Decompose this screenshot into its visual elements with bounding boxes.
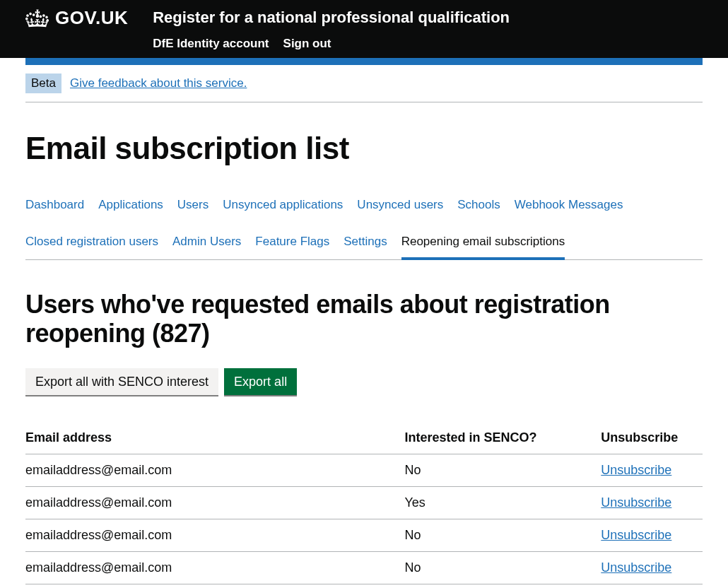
nav-item-feature-flags[interactable]: Feature Flags — [255, 235, 329, 259]
cell-email: emailaddress@email.com — [25, 519, 404, 551]
export-buttons: Export all with SENCO interest Export al… — [25, 368, 703, 395]
nav-item-admin-users[interactable]: Admin Users — [172, 235, 241, 259]
col-header-senco: Interested in SENCO? — [404, 423, 601, 454]
cell-email: emailaddress@email.com — [25, 454, 404, 486]
table-row: emailaddress@email.comNoUnsubscribe — [25, 454, 703, 486]
crown-icon — [25, 8, 49, 28]
cell-unsubscribe: Unsubscribe — [601, 454, 703, 486]
identity-account-link[interactable]: DfE Identity account — [153, 37, 269, 51]
subscribers-table: Email address Interested in SENCO? Unsub… — [25, 423, 703, 588]
cell-email: emailaddress@email.com — [25, 584, 404, 588]
unsubscribe-link[interactable]: Unsubscribe — [601, 560, 671, 575]
header-nav: DfE Identity account Sign out — [153, 37, 510, 51]
table-row: emailaddress@email.comNoUnsubscribe — [25, 519, 703, 551]
nav-item-unsynced-applications[interactable]: Unsynced applications — [223, 198, 343, 222]
phase-banner: Beta Give feedback about this service. — [25, 74, 703, 102]
nav-item-users[interactable]: Users — [177, 198, 209, 222]
export-senco-button[interactable]: Export all with SENCO interest — [25, 368, 218, 395]
subscriber-count: 827 — [160, 319, 202, 348]
nav-item-unsynced-users[interactable]: Unsynced users — [357, 198, 443, 222]
table-row: emailaddress@email.comNoUnsubscribe — [25, 551, 703, 584]
notification-banner-strip — [25, 58, 703, 65]
nav-item-settings[interactable]: Settings — [344, 235, 387, 259]
nav-item-reopening-email-subscriptions[interactable]: Reopening email subscriptions — [401, 235, 565, 260]
cell-senco: Yes — [404, 486, 601, 519]
page-title: Email subscription list — [25, 131, 703, 166]
cell-unsubscribe: Unsubscribe — [601, 551, 703, 584]
unsubscribe-link[interactable]: Unsubscribe — [601, 495, 671, 510]
sign-out-link[interactable]: Sign out — [283, 37, 331, 51]
nav-item-applications[interactable]: Applications — [98, 198, 163, 222]
cell-unsubscribe: Unsubscribe — [601, 519, 703, 551]
export-all-button[interactable]: Export all — [224, 368, 297, 395]
cell-email: emailaddress@email.com — [25, 486, 404, 519]
cell-senco: No — [404, 519, 601, 551]
nav-item-webhook-messages[interactable]: Webhook Messages — [515, 198, 623, 222]
unsubscribe-link[interactable]: Unsubscribe — [601, 463, 671, 477]
cell-senco: No — [404, 551, 601, 584]
phase-tag: Beta — [25, 74, 61, 93]
unsubscribe-link[interactable]: Unsubscribe — [601, 528, 671, 542]
table-row: emailaddress@email.comYesUnsubscribe — [25, 486, 703, 519]
col-header-email: Email address — [25, 423, 404, 454]
site-header: GOV.UK Register for a national professio… — [0, 0, 728, 58]
secondary-nav: DashboardApplicationsUsersUnsynced appli… — [25, 198, 703, 260]
cell-unsubscribe: Unsubscribe — [601, 486, 703, 519]
cell-senco: No — [404, 584, 601, 588]
col-header-unsubscribe: Unsubscribe — [601, 423, 703, 454]
nav-item-dashboard[interactable]: Dashboard — [25, 198, 84, 222]
service-name[interactable]: Register for a national professional qua… — [153, 7, 510, 27]
cell-unsubscribe: Unsubscribe — [601, 584, 703, 588]
nav-item-schools[interactable]: Schools — [457, 198, 500, 222]
govuk-logo-text: GOV.UK — [55, 7, 128, 29]
cell-email: emailaddress@email.com — [25, 551, 404, 584]
feedback-link[interactable]: Give feedback about this service. — [70, 76, 247, 90]
nav-item-closed-registration-users[interactable]: Closed registration users — [25, 235, 158, 259]
section-heading: Users who've requested emails about regi… — [25, 290, 703, 348]
table-row: emailaddress@email.comNoUnsubscribe — [25, 584, 703, 588]
govuk-logo[interactable]: GOV.UK — [25, 7, 128, 29]
cell-senco: No — [404, 454, 601, 486]
